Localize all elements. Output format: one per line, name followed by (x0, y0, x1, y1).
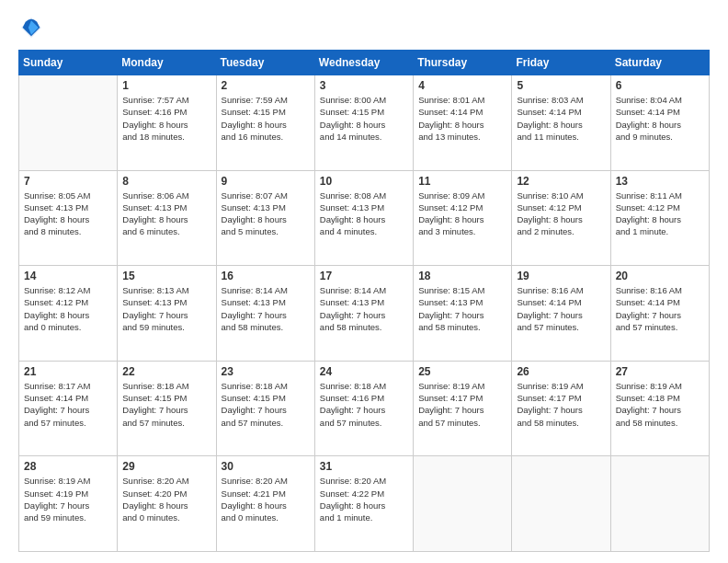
day-info: Sunrise: 8:00 AMSunset: 4:15 PMDaylight:… (320, 94, 408, 143)
day-number: 29 (122, 460, 210, 473)
day-info: Sunrise: 8:16 AMSunset: 4:14 PMDaylight:… (616, 284, 704, 333)
calendar-cell: 18Sunrise: 8:15 AMSunset: 4:13 PMDayligh… (414, 266, 512, 362)
day-number: 5 (517, 79, 605, 92)
day-number: 2 (222, 79, 310, 92)
day-number: 10 (320, 175, 408, 188)
day-info: Sunrise: 7:59 AMSunset: 4:15 PMDaylight:… (222, 94, 310, 143)
day-number: 25 (418, 365, 506, 378)
calendar-cell: 14Sunrise: 8:12 AMSunset: 4:12 PMDayligh… (19, 266, 118, 362)
day-info: Sunrise: 8:01 AMSunset: 4:14 PMDaylight:… (418, 94, 506, 143)
day-info: Sunrise: 8:09 AMSunset: 4:12 PMDaylight:… (418, 190, 506, 238)
calendar-table: SundayMondayTuesdayWednesdayThursdayFrid… (18, 50, 710, 552)
day-number: 4 (418, 79, 506, 92)
day-number: 11 (418, 175, 506, 188)
calendar-cell: 24Sunrise: 8:18 AMSunset: 4:16 PMDayligh… (314, 361, 413, 456)
day-info: Sunrise: 8:05 AMSunset: 4:13 PMDaylight:… (24, 190, 112, 238)
calendar-cell: 10Sunrise: 8:08 AMSunset: 4:13 PMDayligh… (314, 170, 413, 266)
header (18, 15, 710, 40)
calendar-cell: 9Sunrise: 8:07 AMSunset: 4:13 PMDaylight… (216, 170, 314, 266)
day-info: Sunrise: 8:18 AMSunset: 4:16 PMDaylight:… (320, 380, 408, 429)
day-info: Sunrise: 8:19 AMSunset: 4:17 PMDaylight:… (517, 380, 605, 429)
day-number: 31 (320, 460, 408, 473)
weekday-header: Thursday (414, 51, 512, 75)
calendar-cell: 21Sunrise: 8:17 AMSunset: 4:14 PMDayligh… (19, 361, 118, 456)
calendar-cell: 3Sunrise: 8:00 AMSunset: 4:15 PMDaylight… (314, 75, 413, 171)
day-number: 30 (222, 460, 310, 473)
calendar-cell: 28Sunrise: 8:19 AMSunset: 4:19 PMDayligh… (19, 456, 118, 552)
day-info: Sunrise: 8:19 AMSunset: 4:17 PMDaylight:… (418, 380, 506, 429)
calendar-cell: 8Sunrise: 8:06 AMSunset: 4:13 PMDaylight… (118, 170, 216, 266)
calendar-cell: 4Sunrise: 8:01 AMSunset: 4:14 PMDaylight… (414, 75, 512, 171)
day-info: Sunrise: 8:04 AMSunset: 4:14 PMDaylight:… (616, 94, 704, 143)
day-info: Sunrise: 8:18 AMSunset: 4:15 PMDaylight:… (122, 380, 210, 429)
day-number: 15 (122, 270, 210, 282)
day-number: 1 (122, 79, 210, 92)
calendar-cell (512, 456, 610, 552)
day-info: Sunrise: 8:17 AMSunset: 4:14 PMDaylight:… (24, 380, 112, 429)
day-info: Sunrise: 8:10 AMSunset: 4:12 PMDaylight:… (517, 190, 605, 238)
calendar-cell (610, 456, 709, 552)
day-number: 26 (517, 365, 605, 378)
calendar-cell: 17Sunrise: 8:14 AMSunset: 4:13 PMDayligh… (314, 266, 413, 362)
weekday-header: Tuesday (216, 51, 314, 75)
day-number: 18 (418, 270, 506, 282)
weekday-header: Friday (512, 51, 610, 75)
calendar-cell: 30Sunrise: 8:20 AMSunset: 4:21 PMDayligh… (216, 456, 314, 552)
day-number: 27 (616, 365, 704, 378)
calendar-cell: 16Sunrise: 8:14 AMSunset: 4:13 PMDayligh… (216, 266, 314, 362)
calendar-cell: 11Sunrise: 8:09 AMSunset: 4:12 PMDayligh… (414, 170, 512, 266)
day-info: Sunrise: 8:20 AMSunset: 4:22 PMDaylight:… (320, 475, 408, 523)
day-number: 14 (24, 270, 112, 282)
day-number: 9 (222, 175, 310, 188)
day-info: Sunrise: 8:03 AMSunset: 4:14 PMDaylight:… (517, 94, 605, 143)
calendar-cell: 20Sunrise: 8:16 AMSunset: 4:14 PMDayligh… (610, 266, 709, 362)
day-number: 23 (222, 365, 310, 378)
calendar-cell: 23Sunrise: 8:18 AMSunset: 4:15 PMDayligh… (216, 361, 314, 456)
calendar-cell (414, 456, 512, 552)
calendar-cell: 15Sunrise: 8:13 AMSunset: 4:13 PMDayligh… (118, 266, 216, 362)
calendar-cell: 5Sunrise: 8:03 AMSunset: 4:14 PMDaylight… (512, 75, 610, 171)
day-number: 17 (320, 270, 408, 282)
day-number: 13 (616, 175, 704, 188)
day-number: 8 (122, 175, 210, 188)
weekday-header: Monday (118, 51, 216, 75)
day-info: Sunrise: 8:14 AMSunset: 4:13 PMDaylight:… (320, 284, 408, 333)
weekday-header: Saturday (610, 51, 709, 75)
day-number: 20 (616, 270, 704, 282)
day-number: 6 (616, 79, 704, 92)
day-number: 22 (122, 365, 210, 378)
calendar-cell: 7Sunrise: 8:05 AMSunset: 4:13 PMDaylight… (19, 170, 118, 266)
day-info: Sunrise: 7:57 AMSunset: 4:16 PMDaylight:… (122, 94, 210, 143)
day-number: 21 (24, 365, 112, 378)
logo-icon (18, 15, 44, 40)
day-number: 24 (320, 365, 408, 378)
calendar-cell: 26Sunrise: 8:19 AMSunset: 4:17 PMDayligh… (512, 361, 610, 456)
calendar-cell: 22Sunrise: 8:18 AMSunset: 4:15 PMDayligh… (118, 361, 216, 456)
day-info: Sunrise: 8:19 AMSunset: 4:19 PMDaylight:… (24, 475, 112, 523)
logo (18, 15, 48, 40)
day-number: 16 (222, 270, 310, 282)
calendar-cell: 31Sunrise: 8:20 AMSunset: 4:22 PMDayligh… (314, 456, 413, 552)
page: SundayMondayTuesdayWednesdayThursdayFrid… (0, 0, 728, 563)
day-number: 3 (320, 79, 408, 92)
calendar-cell (19, 75, 118, 171)
calendar-cell: 27Sunrise: 8:19 AMSunset: 4:18 PMDayligh… (610, 361, 709, 456)
day-info: Sunrise: 8:13 AMSunset: 4:13 PMDaylight:… (122, 284, 210, 333)
weekday-header: Sunday (19, 51, 118, 75)
day-info: Sunrise: 8:14 AMSunset: 4:13 PMDaylight:… (222, 284, 310, 333)
day-info: Sunrise: 8:20 AMSunset: 4:20 PMDaylight:… (122, 475, 210, 523)
day-info: Sunrise: 8:15 AMSunset: 4:13 PMDaylight:… (418, 284, 506, 333)
calendar-cell: 19Sunrise: 8:16 AMSunset: 4:14 PMDayligh… (512, 266, 610, 362)
day-number: 19 (517, 270, 605, 282)
day-info: Sunrise: 8:06 AMSunset: 4:13 PMDaylight:… (122, 190, 210, 238)
calendar-cell: 6Sunrise: 8:04 AMSunset: 4:14 PMDaylight… (610, 75, 709, 171)
day-info: Sunrise: 8:18 AMSunset: 4:15 PMDaylight:… (222, 380, 310, 429)
day-info: Sunrise: 8:12 AMSunset: 4:12 PMDaylight:… (24, 284, 112, 333)
calendar-cell: 29Sunrise: 8:20 AMSunset: 4:20 PMDayligh… (118, 456, 216, 552)
day-info: Sunrise: 8:16 AMSunset: 4:14 PMDaylight:… (517, 284, 605, 333)
calendar-cell: 12Sunrise: 8:10 AMSunset: 4:12 PMDayligh… (512, 170, 610, 266)
calendar-cell: 2Sunrise: 7:59 AMSunset: 4:15 PMDaylight… (216, 75, 314, 171)
day-number: 7 (24, 175, 112, 188)
day-info: Sunrise: 8:07 AMSunset: 4:13 PMDaylight:… (222, 190, 310, 238)
day-info: Sunrise: 8:11 AMSunset: 4:12 PMDaylight:… (616, 190, 704, 238)
